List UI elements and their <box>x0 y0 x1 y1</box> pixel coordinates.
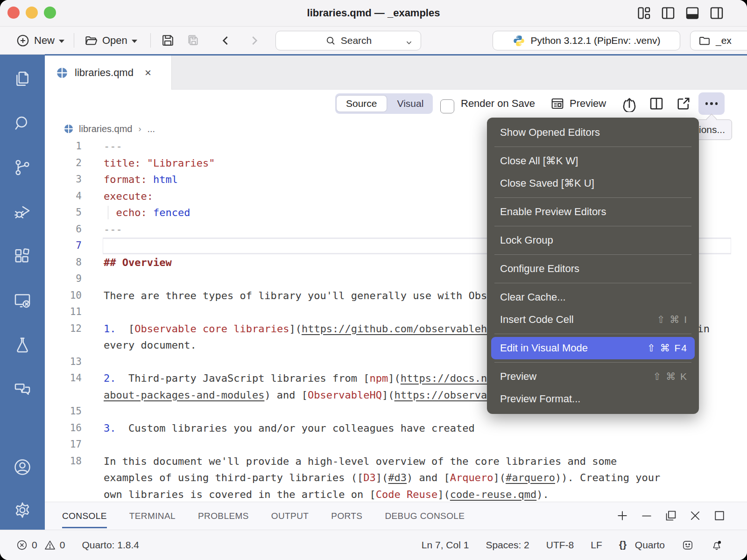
search-icon[interactable] <box>12 113 33 133</box>
menu-item-preview[interactable]: Preview⇧ ⌘ K <box>487 365 699 388</box>
panel-close-icon[interactable] <box>688 509 702 523</box>
toggle-secondary-sidebar-icon[interactable] <box>709 5 725 21</box>
explorer-icon[interactable] <box>12 69 33 89</box>
status-bell-dot[interactable] <box>711 539 723 551</box>
menu-item-clear-cache[interactable]: Clear Cache... <box>487 286 699 308</box>
quarto-file-icon <box>63 124 74 134</box>
workspace-selector[interactable]: _ex <box>690 31 747 50</box>
menu-item-shortcut: ⇧ ⌘ I <box>657 308 688 331</box>
panel-minimize-icon[interactable] <box>640 509 654 523</box>
tab-libraries-qmd[interactable]: libraries.qmd × <box>45 56 172 90</box>
menu-item-label: Configure Editors <box>500 258 579 280</box>
menu-item-preview-format[interactable]: Preview Format... <box>487 388 699 410</box>
code-line-wrap[interactable]: examples of using third-party libraries … <box>45 469 747 486</box>
preview-button[interactable]: Preview <box>550 93 606 114</box>
menu-separator <box>494 283 691 283</box>
menu-item-configure-editors[interactable]: Configure Editors <box>487 258 699 280</box>
split-editor-button[interactable] <box>648 95 665 112</box>
source-control-icon[interactable] <box>12 157 33 178</box>
chevron-left-icon <box>218 33 233 48</box>
breadcrumb[interactable]: libraries.qmd › ... <box>63 120 155 138</box>
navigate-back-button[interactable] <box>218 27 233 54</box>
menu-item-close-saved-k-u[interactable]: Close Saved [⌘K U] <box>487 172 699 195</box>
panel-restore-icon[interactable] <box>664 509 678 523</box>
line-number: 5 <box>45 204 82 221</box>
visual-mode-button[interactable]: Visual <box>388 96 433 112</box>
save-button[interactable] <box>161 27 175 54</box>
status-utf-8[interactable]: UTF-8 <box>546 539 574 551</box>
status-lf[interactable]: LF <box>591 539 602 551</box>
code-line-16[interactable]: 163. Custom libraries you and/or your co… <box>45 420 747 437</box>
breadcrumb-file[interactable]: libraries.qmd <box>79 124 132 134</box>
panel-maximize-icon[interactable] <box>712 509 726 523</box>
menu-item-label: Preview <box>500 365 536 388</box>
line-number: 8 <box>45 254 82 271</box>
code-line-18[interactable]: 18In this document we'll provide a high-… <box>45 453 747 470</box>
run-debug-icon[interactable] <box>12 202 33 222</box>
menu-item-label: Enable Preview Editors <box>500 201 606 223</box>
panel-tab-ports[interactable]: PORTS <box>331 502 362 530</box>
status-feedback[interactable] <box>682 539 694 551</box>
save-all-button[interactable] <box>186 27 200 54</box>
menu-separator <box>494 362 691 363</box>
preview-icon <box>550 96 565 111</box>
menu-item-enable-preview-editors[interactable]: Enable Preview Editors <box>487 201 699 223</box>
panel-tab-debug-console[interactable]: DEBUG CONSOLE <box>385 502 465 530</box>
quarto-file-icon <box>56 67 68 79</box>
code-text: --- <box>104 138 122 155</box>
line-number: 1 <box>45 138 82 155</box>
navigate-forward-button[interactable] <box>247 27 261 54</box>
code-text: about-packages-and-modules) and [Observa… <box>104 387 549 404</box>
source-mode-button[interactable]: Source <box>337 96 387 112</box>
code-line-17[interactable]: 17 <box>45 436 747 453</box>
new-button[interactable]: New <box>16 27 64 54</box>
open-external-icon <box>675 95 692 112</box>
code-text: 2. Third-party JavaScript libraries from… <box>104 370 543 387</box>
interpreter-selector[interactable]: Python 3.12.1 (PipEnv: .venv) <box>493 31 680 50</box>
account-icon[interactable] <box>12 457 33 477</box>
render-on-save-checkbox[interactable] <box>440 99 454 113</box>
status-text: LF <box>591 539 602 551</box>
status-spaces-2[interactable]: Spaces: 2 <box>486 539 529 551</box>
status-quarto[interactable]: {}Quarto <box>619 539 665 551</box>
status-0[interactable]: 0 <box>16 539 37 551</box>
comments-icon[interactable] <box>12 379 33 399</box>
more-actions-button[interactable] <box>698 92 725 115</box>
toggle-primary-sidebar-icon[interactable] <box>660 5 676 21</box>
open-button[interactable]: Open <box>84 27 137 54</box>
menu-item-lock-group[interactable]: Lock Group <box>487 229 699 252</box>
customize-layout-icon[interactable] <box>636 5 652 21</box>
search-input[interactable]: Search <box>275 31 421 50</box>
panel-tab-output[interactable]: OUTPUT <box>271 502 309 530</box>
toolbar-divider <box>74 33 74 48</box>
status-quarto-1-8-4[interactable]: Quarto: 1.8.4 <box>82 539 139 551</box>
render-document-button[interactable] <box>621 95 638 112</box>
plus-circle-icon <box>16 34 30 48</box>
tab-close-icon[interactable]: × <box>145 67 151 78</box>
open-in-new-window-button[interactable] <box>675 95 692 112</box>
app-window: libraries.qmd — _examples New Open <box>0 0 747 560</box>
toolbar-divider <box>150 33 151 48</box>
code-text: format: html <box>104 171 178 188</box>
panel-tab-terminal[interactable]: TERMINAL <box>129 502 176 530</box>
toggle-panel-icon[interactable] <box>684 5 700 21</box>
breadcrumb-more[interactable]: ... <box>147 124 155 134</box>
code-line-wrap[interactable]: own libraries is covered in the article … <box>45 486 747 502</box>
status-text: Quarto <box>635 539 665 551</box>
remote-console-icon[interactable] <box>12 290 33 311</box>
panel-add-icon[interactable] <box>615 509 629 523</box>
status-0[interactable]: 0 <box>44 539 65 551</box>
code-text: execute: <box>104 188 153 205</box>
extensions-icon[interactable] <box>12 246 33 266</box>
testing-icon[interactable] <box>12 335 33 355</box>
settings-icon[interactable] <box>12 500 33 520</box>
menu-item-edit-in-visual-mode[interactable]: Edit in Visual Mode⇧ ⌘ F4 <box>491 337 695 359</box>
panel-tab-console[interactable]: CONSOLE <box>62 502 107 530</box>
menu-separator <box>494 197 691 198</box>
menu-item-show-opened-editors[interactable]: Show Opened Editors <box>487 121 699 144</box>
menu-item-close-all-k-w[interactable]: Close All [⌘K W] <box>487 150 699 172</box>
status-ln-7-col-1[interactable]: Ln 7, Col 1 <box>422 539 469 551</box>
panel-tab-problems[interactable]: PROBLEMS <box>198 502 249 530</box>
code-text: title: "Libraries" <box>104 155 215 172</box>
menu-item-insert-code-cell[interactable]: Insert Code Cell⇧ ⌘ I <box>487 308 699 331</box>
